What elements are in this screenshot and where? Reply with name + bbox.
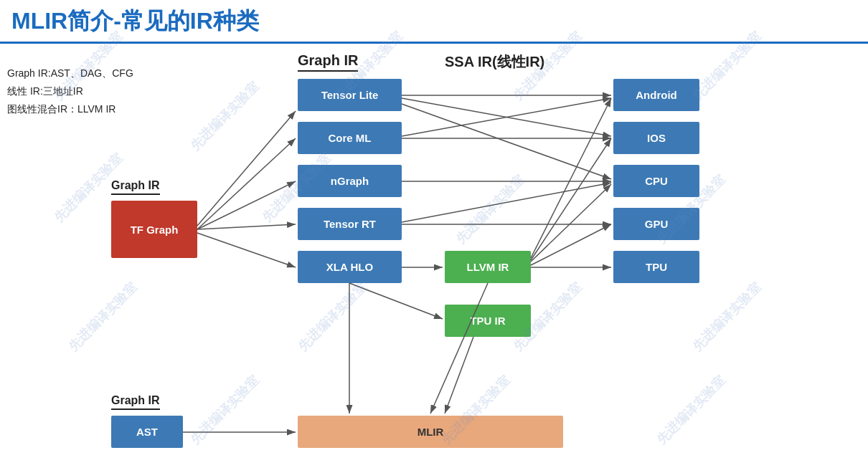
box-android: Android bbox=[613, 79, 699, 111]
box-ngraph: nGraph bbox=[298, 165, 402, 197]
box-tensor-rt: Tensor RT bbox=[298, 208, 402, 240]
box-xla-hlo: XLA HLO bbox=[298, 251, 402, 283]
box-core-ml: Core ML bbox=[298, 122, 402, 154]
label-graph-ir-mid: Graph IR bbox=[111, 179, 160, 195]
svg-line-8 bbox=[402, 98, 611, 136]
label-graph-ir-top: Graph IR bbox=[298, 52, 358, 72]
title-area: MLIR简介-常见的IR种类 bbox=[0, 0, 868, 42]
label-graph-ir-bot: Graph IR bbox=[111, 394, 160, 410]
svg-line-3 bbox=[197, 181, 296, 229]
svg-line-2 bbox=[197, 138, 296, 229]
svg-line-15 bbox=[531, 224, 611, 265]
svg-line-20 bbox=[430, 283, 488, 414]
box-tpu-ir: TPU IR bbox=[445, 305, 531, 337]
box-cpu: CPU bbox=[613, 165, 699, 197]
box-ios: IOS bbox=[613, 122, 699, 154]
svg-line-21 bbox=[445, 337, 473, 414]
svg-line-4 bbox=[197, 224, 296, 229]
box-llvm-ir: LLVM IR bbox=[445, 251, 531, 283]
box-ast: AST bbox=[111, 416, 183, 448]
svg-line-24 bbox=[402, 104, 611, 179]
box-tpu: TPU bbox=[613, 251, 699, 283]
svg-line-19 bbox=[349, 283, 443, 319]
box-mlir: MLIR bbox=[298, 416, 563, 448]
box-gpu: GPU bbox=[613, 208, 699, 240]
svg-line-7 bbox=[402, 98, 611, 136]
page-title: MLIR简介-常见的IR种类 bbox=[11, 6, 857, 37]
svg-line-5 bbox=[197, 233, 296, 267]
svg-line-1 bbox=[197, 111, 296, 226]
label-ssa-ir: SSA IR(线性IR) bbox=[445, 52, 544, 72]
svg-line-11 bbox=[402, 183, 611, 222]
svg-line-17 bbox=[531, 98, 611, 258]
box-tensor-lite: Tensor Lite bbox=[298, 79, 402, 111]
svg-line-18 bbox=[531, 138, 611, 260]
diagram-area: Graph IR SSA IR(线性IR) Graph IR Graph IR … bbox=[0, 39, 868, 473]
box-tf-graph: TF Graph bbox=[111, 201, 197, 258]
svg-line-14 bbox=[531, 184, 611, 262]
